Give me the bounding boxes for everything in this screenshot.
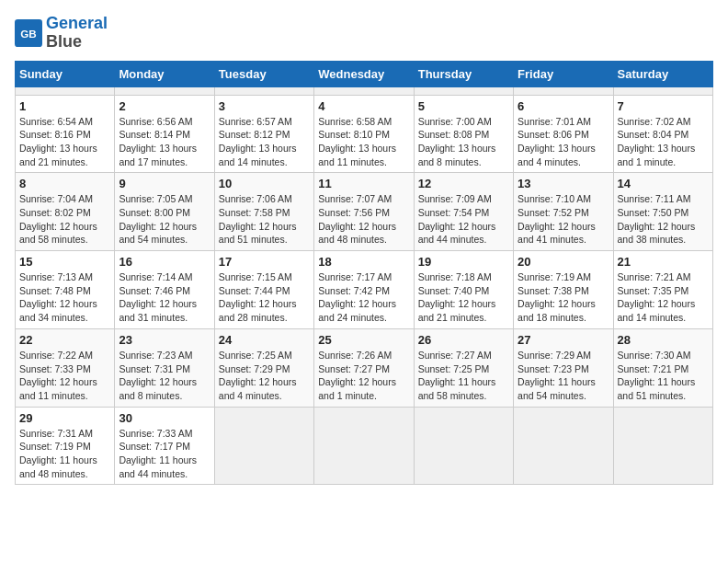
day-number: 8 [19,177,110,190]
calendar-cell: 28Sunrise: 7:30 AM Sunset: 7:21 PM Dayli… [613,328,712,407]
calendar-cell [115,86,214,95]
day-info: Sunrise: 7:02 AM Sunset: 8:04 PM Dayligh… [618,115,709,169]
day-info: Sunrise: 7:27 AM Sunset: 7:25 PM Dayligh… [418,349,509,403]
calendar-cell [414,86,513,95]
calendar-week-6: 29Sunrise: 7:31 AM Sunset: 7:19 PM Dayli… [16,407,713,485]
day-number: 21 [618,255,709,269]
calendar-cell [514,407,613,485]
day-info: Sunrise: 7:15 AM Sunset: 7:44 PM Dayligh… [219,270,310,325]
col-header-monday: Monday [115,61,214,86]
day-number: 14 [618,177,709,190]
day-info: Sunrise: 6:58 AM Sunset: 8:10 PM Dayligh… [318,115,409,169]
day-info: Sunrise: 7:33 AM Sunset: 7:17 PM Dayligh… [119,427,210,481]
calendar-cell [613,86,712,95]
day-number: 1 [19,99,110,113]
day-info: Sunrise: 7:19 AM Sunset: 7:38 PM Dayligh… [518,270,609,325]
day-number: 7 [618,99,709,113]
logo: GB GeneralBlue [15,15,108,52]
calendar-cell [16,86,115,95]
day-number: 6 [518,99,609,113]
day-number: 20 [518,255,609,269]
day-info: Sunrise: 7:07 AM Sunset: 7:56 PM Dayligh… [318,192,409,247]
calendar-week-4: 15Sunrise: 7:13 AM Sunset: 7:48 PM Dayli… [16,251,713,329]
calendar-cell: 23Sunrise: 7:23 AM Sunset: 7:31 PM Dayli… [115,328,214,407]
day-number: 22 [19,333,110,347]
col-header-wednesday: Wednesday [314,61,414,86]
calendar-cell [414,407,513,485]
calendar-table: SundayMondayTuesdayWednesdayThursdayFrid… [15,61,713,486]
calendar-cell: 6Sunrise: 7:01 AM Sunset: 8:06 PM Daylig… [514,95,613,173]
day-info: Sunrise: 7:13 AM Sunset: 7:48 PM Dayligh… [19,270,110,325]
day-number: 5 [418,99,509,113]
calendar-week-3: 8Sunrise: 7:04 AM Sunset: 8:02 PM Daylig… [16,173,713,251]
calendar-cell [314,407,414,485]
day-info: Sunrise: 7:22 AM Sunset: 7:33 PM Dayligh… [19,349,110,403]
day-info: Sunrise: 7:31 AM Sunset: 7:19 PM Dayligh… [19,427,110,481]
logo-icon: GB [15,19,42,47]
calendar-cell: 1Sunrise: 6:54 AM Sunset: 8:16 PM Daylig… [16,95,115,173]
calendar-cell: 15Sunrise: 7:13 AM Sunset: 7:48 PM Dayli… [16,251,115,329]
col-header-thursday: Thursday [414,61,513,86]
calendar-cell: 16Sunrise: 7:14 AM Sunset: 7:46 PM Dayli… [115,251,214,329]
day-info: Sunrise: 7:26 AM Sunset: 7:27 PM Dayligh… [318,349,409,403]
calendar-week-2: 1Sunrise: 6:54 AM Sunset: 8:16 PM Daylig… [16,95,713,173]
day-number: 16 [119,255,210,269]
day-info: Sunrise: 7:30 AM Sunset: 7:21 PM Dayligh… [618,349,709,403]
day-number: 27 [518,333,609,347]
calendar-cell: 7Sunrise: 7:02 AM Sunset: 8:04 PM Daylig… [613,95,712,173]
calendar-cell [514,86,613,95]
svg-text:GB: GB [20,28,36,40]
page-header: GB GeneralBlue [15,15,713,52]
calendar-cell: 29Sunrise: 7:31 AM Sunset: 7:19 PM Dayli… [16,407,115,485]
calendar-week-1 [16,86,713,95]
day-number: 28 [618,333,709,347]
day-number: 3 [219,99,310,113]
day-number: 13 [518,177,609,190]
calendar-cell: 14Sunrise: 7:11 AM Sunset: 7:50 PM Dayli… [613,173,712,251]
calendar-cell: 12Sunrise: 7:09 AM Sunset: 7:54 PM Dayli… [414,173,513,251]
calendar-cell: 9Sunrise: 7:05 AM Sunset: 8:00 PM Daylig… [115,173,214,251]
day-number: 17 [219,255,310,269]
day-info: Sunrise: 7:01 AM Sunset: 8:06 PM Dayligh… [518,115,609,169]
calendar-cell: 13Sunrise: 7:10 AM Sunset: 7:52 PM Dayli… [514,173,613,251]
col-header-tuesday: Tuesday [214,61,313,86]
day-info: Sunrise: 7:25 AM Sunset: 7:29 PM Dayligh… [219,349,310,403]
calendar-cell: 21Sunrise: 7:21 AM Sunset: 7:35 PM Dayli… [613,251,712,329]
day-info: Sunrise: 7:23 AM Sunset: 7:31 PM Dayligh… [119,349,210,403]
day-number: 24 [219,333,310,347]
day-info: Sunrise: 7:09 AM Sunset: 7:54 PM Dayligh… [418,192,509,247]
calendar-cell: 11Sunrise: 7:07 AM Sunset: 7:56 PM Dayli… [314,173,414,251]
day-info: Sunrise: 7:11 AM Sunset: 7:50 PM Dayligh… [618,192,709,247]
calendar-week-5: 22Sunrise: 7:22 AM Sunset: 7:33 PM Dayli… [16,328,713,407]
calendar-cell: 27Sunrise: 7:29 AM Sunset: 7:23 PM Dayli… [514,328,613,407]
day-info: Sunrise: 7:06 AM Sunset: 7:58 PM Dayligh… [219,192,310,247]
calendar-cell: 20Sunrise: 7:19 AM Sunset: 7:38 PM Dayli… [514,251,613,329]
calendar-cell: 19Sunrise: 7:18 AM Sunset: 7:40 PM Dayli… [414,251,513,329]
day-info: Sunrise: 6:57 AM Sunset: 8:12 PM Dayligh… [219,115,310,169]
day-number: 2 [119,99,210,113]
day-number: 26 [418,333,509,347]
calendar-cell [214,407,313,485]
day-number: 10 [219,177,310,190]
day-number: 9 [119,177,210,190]
calendar-cell: 8Sunrise: 7:04 AM Sunset: 8:02 PM Daylig… [16,173,115,251]
day-info: Sunrise: 7:29 AM Sunset: 7:23 PM Dayligh… [518,349,609,403]
day-number: 15 [19,255,110,269]
day-info: Sunrise: 7:17 AM Sunset: 7:42 PM Dayligh… [318,270,409,325]
col-header-sunday: Sunday [16,61,115,86]
calendar-header-row: SundayMondayTuesdayWednesdayThursdayFrid… [16,61,713,86]
calendar-cell: 26Sunrise: 7:27 AM Sunset: 7:25 PM Dayli… [414,328,513,407]
calendar-cell: 30Sunrise: 7:33 AM Sunset: 7:17 PM Dayli… [115,407,214,485]
day-number: 19 [418,255,509,269]
calendar-cell: 24Sunrise: 7:25 AM Sunset: 7:29 PM Dayli… [214,328,313,407]
day-info: Sunrise: 6:56 AM Sunset: 8:14 PM Dayligh… [119,115,210,169]
col-header-saturday: Saturday [613,61,712,86]
logo-text: GeneralBlue [46,15,108,52]
calendar-cell: 25Sunrise: 7:26 AM Sunset: 7:27 PM Dayli… [314,328,414,407]
day-info: Sunrise: 7:21 AM Sunset: 7:35 PM Dayligh… [618,270,709,325]
day-info: Sunrise: 7:10 AM Sunset: 7:52 PM Dayligh… [518,192,609,247]
calendar-cell: 4Sunrise: 6:58 AM Sunset: 8:10 PM Daylig… [314,95,414,173]
calendar-cell: 22Sunrise: 7:22 AM Sunset: 7:33 PM Dayli… [16,328,115,407]
calendar-cell: 2Sunrise: 6:56 AM Sunset: 8:14 PM Daylig… [115,95,214,173]
day-info: Sunrise: 7:00 AM Sunset: 8:08 PM Dayligh… [418,115,509,169]
